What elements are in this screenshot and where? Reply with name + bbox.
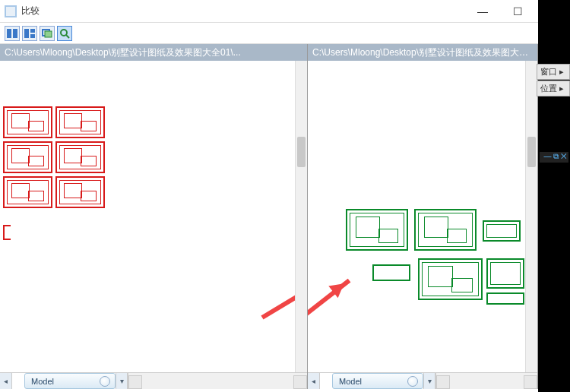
titlebar: 比较 — ☐ ✕: [0, 0, 570, 23]
minimize-button[interactable]: —: [465, 0, 500, 23]
thumbnail-partial: [3, 225, 11, 240]
toolbar: [0, 23, 570, 44]
svg-rect-0: [7, 29, 11, 38]
thumbnail: [3, 106, 52, 138]
thumbnail: [3, 176, 52, 208]
thumbnail: [346, 209, 408, 251]
left-drawing-thumbnails: [3, 106, 105, 208]
tab-prev-button[interactable]: ◂: [0, 373, 12, 389]
compare-pane-left: C:\Users\Mloong\Desktop\别墅设计图纸及效果图大全01\.…: [0, 44, 308, 389]
view-overlay-button[interactable]: [40, 26, 55, 41]
thumbnail: [483, 220, 521, 242]
thumbnail: [55, 106, 105, 138]
maximize-button[interactable]: ☐: [500, 0, 535, 23]
svg-point-7: [61, 30, 67, 36]
thumbnail: [486, 292, 524, 305]
view-side-by-side-button[interactable]: [5, 26, 20, 41]
compare-pane-right: C:\Users\Mloong\Desktop\别墅设计图纸及效果图大全01\.…: [308, 44, 538, 389]
pane-right-canvas[interactable]: [308, 61, 537, 372]
pane-left-path: C:\Users\Mloong\Desktop\别墅设计图纸及效果图大全01\.…: [0, 44, 307, 61]
svg-rect-1: [13, 29, 17, 38]
tab-dropdown-button[interactable]: ▾: [116, 373, 128, 389]
thumbnail: [55, 141, 105, 173]
svg-rect-3: [30, 29, 35, 33]
thumbnail: [486, 258, 524, 289]
pane-left-vertical-scrollbar[interactable]: [295, 61, 307, 372]
background-menu-item[interactable]: 窗口 ▸: [537, 64, 570, 80]
pane-right-path: C:\Users\Mloong\Desktop\别墅设计图纸及效果图大全01\.…: [308, 44, 537, 61]
app-icon: [5, 5, 17, 17]
tab-prev-button[interactable]: ◂: [308, 373, 320, 389]
window-title: 比较: [21, 5, 40, 17]
layout-tab-model-right[interactable]: Model: [332, 373, 423, 389]
thumbnail: [414, 209, 477, 251]
pane-right-horizontal-scrollbar[interactable]: [435, 373, 537, 389]
background-window: [538, 0, 570, 392]
pane-left-horizontal-scrollbar[interactable]: [128, 373, 307, 389]
layout-tab-model-left[interactable]: Model: [24, 373, 116, 389]
sync-zoom-button[interactable]: [57, 26, 72, 41]
annotation-arrow-right: [308, 279, 350, 339]
view-split-button[interactable]: [22, 26, 37, 41]
right-drawing-thumbnails-row1: [346, 209, 477, 251]
workspace: C:\Users\Mloong\Desktop\别墅设计图纸及效果图大全01\.…: [0, 44, 570, 392]
pane-left-canvas[interactable]: [0, 61, 307, 372]
pane-left-footer: ◂ Model ▾: [0, 372, 307, 389]
tab-label: Model: [31, 377, 54, 386]
background-menu-item[interactable]: 位置 ▸: [537, 81, 570, 96]
right-drawing-thumbnails-row2: [372, 258, 483, 300]
svg-rect-6: [45, 31, 52, 37]
svg-line-8: [66, 35, 69, 38]
tab-label: Model: [339, 377, 362, 386]
background-window-icons: — ⧉ ✕: [540, 152, 568, 163]
thumbnail: [3, 141, 52, 173]
thumbnail: [418, 258, 483, 300]
thumbnail: [55, 176, 105, 208]
svg-rect-4: [30, 34, 35, 38]
pane-right-footer: ◂ Model ▾: [308, 372, 537, 389]
thumbnail: [372, 264, 410, 281]
pane-right-vertical-scrollbar[interactable]: [525, 61, 537, 372]
svg-rect-2: [24, 29, 29, 38]
tab-dropdown-button[interactable]: ▾: [423, 373, 435, 389]
